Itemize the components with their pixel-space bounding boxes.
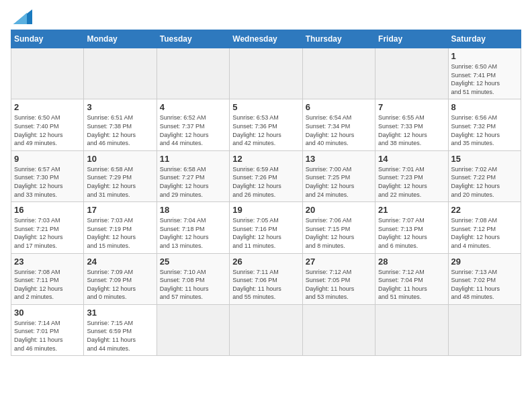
day-info: Sunrise: 6:52 AM Sunset: 7:37 PM Dayligh… (160, 113, 226, 147)
calendar-cell (230, 304, 302, 355)
logo-icon (13, 9, 32, 24)
calendar-cell: 16Sunrise: 7:03 AM Sunset: 7:21 PM Dayli… (11, 202, 84, 253)
page-header (11, 11, 521, 24)
day-info: Sunrise: 7:08 AM Sunset: 7:12 PM Dayligh… (451, 216, 518, 250)
calendar-cell (302, 48, 375, 99)
calendar-cell (84, 48, 157, 99)
calendar-week-4: 16Sunrise: 7:03 AM Sunset: 7:21 PM Dayli… (11, 202, 521, 253)
day-number: 29 (451, 257, 518, 267)
day-number: 24 (87, 257, 153, 267)
day-info: Sunrise: 6:50 AM Sunset: 7:40 PM Dayligh… (14, 113, 81, 147)
day-info: Sunrise: 7:02 AM Sunset: 7:22 PM Dayligh… (451, 165, 518, 199)
calendar-week-5: 23Sunrise: 7:08 AM Sunset: 7:11 PM Dayli… (11, 253, 521, 304)
day-number: 17 (87, 205, 153, 215)
day-number: 16 (14, 205, 81, 215)
day-info: Sunrise: 7:13 AM Sunset: 7:02 PM Dayligh… (451, 268, 518, 302)
day-info: Sunrise: 7:06 AM Sunset: 7:15 PM Dayligh… (306, 216, 372, 250)
day-number: 26 (232, 257, 299, 267)
day-info: Sunrise: 6:56 AM Sunset: 7:32 PM Dayligh… (451, 113, 518, 147)
calendar-week-2: 2Sunrise: 6:50 AM Sunset: 7:40 PM Daylig… (11, 99, 521, 150)
day-number: 10 (87, 154, 153, 164)
day-info: Sunrise: 6:57 AM Sunset: 7:30 PM Dayligh… (14, 165, 81, 199)
day-number: 22 (451, 205, 518, 215)
day-info: Sunrise: 7:14 AM Sunset: 7:01 PM Dayligh… (14, 319, 81, 353)
calendar-cell: 1Sunrise: 6:50 AM Sunset: 7:41 PM Daylig… (448, 48, 521, 99)
calendar-week-1: 1Sunrise: 6:50 AM Sunset: 7:41 PM Daylig… (11, 48, 521, 99)
day-info: Sunrise: 6:50 AM Sunset: 7:41 PM Dayligh… (451, 62, 518, 96)
weekday-header-sunday: Sunday (11, 30, 84, 48)
calendar-cell (375, 304, 448, 355)
day-number: 8 (451, 102, 518, 112)
calendar-cell: 11Sunrise: 6:58 AM Sunset: 7:27 PM Dayli… (157, 150, 229, 201)
logo (11, 11, 32, 24)
day-info: Sunrise: 6:54 AM Sunset: 7:34 PM Dayligh… (306, 113, 372, 147)
day-number: 11 (160, 154, 226, 164)
day-info: Sunrise: 7:03 AM Sunset: 7:21 PM Dayligh… (14, 216, 81, 250)
weekday-header-tuesday: Tuesday (157, 30, 229, 48)
calendar-cell: 2Sunrise: 6:50 AM Sunset: 7:40 PM Daylig… (11, 99, 84, 150)
day-number: 20 (306, 205, 372, 215)
day-number: 12 (232, 154, 299, 164)
day-number: 28 (378, 257, 445, 267)
calendar-cell: 6Sunrise: 6:54 AM Sunset: 7:34 PM Daylig… (302, 99, 375, 150)
day-info: Sunrise: 6:58 AM Sunset: 7:27 PM Dayligh… (160, 165, 226, 199)
calendar-cell: 21Sunrise: 7:07 AM Sunset: 7:13 PM Dayli… (375, 202, 448, 253)
day-number: 3 (87, 102, 153, 112)
day-info: Sunrise: 6:59 AM Sunset: 7:26 PM Dayligh… (232, 165, 299, 199)
day-info: Sunrise: 7:01 AM Sunset: 7:23 PM Dayligh… (378, 165, 445, 199)
day-number: 14 (378, 154, 445, 164)
calendar-cell: 8Sunrise: 6:56 AM Sunset: 7:32 PM Daylig… (448, 99, 521, 150)
calendar-cell: 3Sunrise: 6:51 AM Sunset: 7:38 PM Daylig… (84, 99, 157, 150)
weekday-header-monday: Monday (84, 30, 157, 48)
svg-marker-1 (13, 13, 27, 24)
day-info: Sunrise: 6:58 AM Sunset: 7:29 PM Dayligh… (87, 165, 153, 199)
day-number: 23 (14, 257, 81, 267)
day-info: Sunrise: 7:08 AM Sunset: 7:11 PM Dayligh… (14, 268, 81, 302)
day-info: Sunrise: 7:11 AM Sunset: 7:06 PM Dayligh… (232, 268, 299, 302)
calendar-cell: 15Sunrise: 7:02 AM Sunset: 7:22 PM Dayli… (448, 150, 521, 201)
calendar-cell: 25Sunrise: 7:10 AM Sunset: 7:08 PM Dayli… (157, 253, 229, 304)
weekday-header-wednesday: Wednesday (230, 30, 302, 48)
day-number: 25 (160, 257, 226, 267)
calendar-cell (302, 304, 375, 355)
day-number: 7 (378, 102, 445, 112)
calendar-cell: 18Sunrise: 7:04 AM Sunset: 7:18 PM Dayli… (157, 202, 229, 253)
calendar-cell: 12Sunrise: 6:59 AM Sunset: 7:26 PM Dayli… (230, 150, 302, 201)
day-info: Sunrise: 7:12 AM Sunset: 7:04 PM Dayligh… (378, 268, 445, 302)
calendar-cell: 14Sunrise: 7:01 AM Sunset: 7:23 PM Dayli… (375, 150, 448, 201)
calendar-cell: 22Sunrise: 7:08 AM Sunset: 7:12 PM Dayli… (448, 202, 521, 253)
calendar-cell (11, 48, 84, 99)
calendar-cell: 24Sunrise: 7:09 AM Sunset: 7:09 PM Dayli… (84, 253, 157, 304)
day-info: Sunrise: 7:03 AM Sunset: 7:19 PM Dayligh… (87, 216, 153, 250)
calendar-week-3: 9Sunrise: 6:57 AM Sunset: 7:30 PM Daylig… (11, 150, 521, 201)
day-number: 31 (87, 308, 153, 318)
weekday-header-friday: Friday (375, 30, 448, 48)
day-info: Sunrise: 7:05 AM Sunset: 7:16 PM Dayligh… (232, 216, 299, 250)
day-number: 9 (14, 154, 81, 164)
weekday-header-thursday: Thursday (302, 30, 375, 48)
weekday-header-row: SundayMondayTuesdayWednesdayThursdayFrid… (11, 30, 521, 48)
calendar-cell: 29Sunrise: 7:13 AM Sunset: 7:02 PM Dayli… (448, 253, 521, 304)
day-info: Sunrise: 6:53 AM Sunset: 7:36 PM Dayligh… (232, 113, 299, 147)
calendar-cell (157, 48, 229, 99)
calendar-cell: 26Sunrise: 7:11 AM Sunset: 7:06 PM Dayli… (230, 253, 302, 304)
day-info: Sunrise: 7:12 AM Sunset: 7:05 PM Dayligh… (306, 268, 372, 302)
day-number: 30 (14, 308, 81, 318)
calendar-table: SundayMondayTuesdayWednesdayThursdayFrid… (11, 30, 521, 356)
calendar-cell: 31Sunrise: 7:15 AM Sunset: 6:59 PM Dayli… (84, 304, 157, 355)
day-info: Sunrise: 7:09 AM Sunset: 7:09 PM Dayligh… (87, 268, 153, 302)
calendar-cell: 28Sunrise: 7:12 AM Sunset: 7:04 PM Dayli… (375, 253, 448, 304)
day-info: Sunrise: 7:07 AM Sunset: 7:13 PM Dayligh… (378, 216, 445, 250)
calendar-cell: 7Sunrise: 6:55 AM Sunset: 7:33 PM Daylig… (375, 99, 448, 150)
day-info: Sunrise: 7:04 AM Sunset: 7:18 PM Dayligh… (160, 216, 226, 250)
day-info: Sunrise: 7:10 AM Sunset: 7:08 PM Dayligh… (160, 268, 226, 302)
calendar-cell (375, 48, 448, 99)
day-info: Sunrise: 6:51 AM Sunset: 7:38 PM Dayligh… (87, 113, 153, 147)
calendar-week-6: 30Sunrise: 7:14 AM Sunset: 7:01 PM Dayli… (11, 304, 521, 355)
calendar-cell: 9Sunrise: 6:57 AM Sunset: 7:30 PM Daylig… (11, 150, 84, 201)
day-info: Sunrise: 7:00 AM Sunset: 7:25 PM Dayligh… (306, 165, 372, 199)
calendar-cell: 5Sunrise: 6:53 AM Sunset: 7:36 PM Daylig… (230, 99, 302, 150)
calendar-cell: 27Sunrise: 7:12 AM Sunset: 7:05 PM Dayli… (302, 253, 375, 304)
day-number: 6 (306, 102, 372, 112)
calendar-cell (230, 48, 302, 99)
